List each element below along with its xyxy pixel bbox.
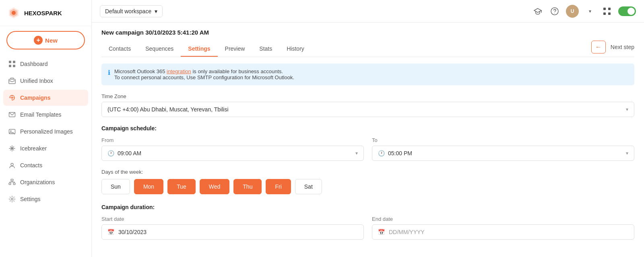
time-row: From 🕐 09:00 AM ▾ To 🕐 05:00 PM ▾ xyxy=(101,137,634,161)
next-step-button[interactable]: Next step xyxy=(611,44,634,50)
avatar[interactable]: U xyxy=(566,5,579,18)
sidebar-nav: Dashboard Unified Inbox Campaigns Email … xyxy=(0,54,91,257)
topbar: Default workspace ▾ U ▾ xyxy=(92,0,644,23)
svg-point-17 xyxy=(11,198,13,200)
day-sat[interactable]: Sat xyxy=(295,179,322,194)
org-icon xyxy=(8,178,16,186)
schedule-label: Campaign schedule: xyxy=(101,125,634,132)
sidebar-item-icebreaker[interactable]: Icebreaker xyxy=(3,140,88,156)
tab-preview[interactable]: Preview xyxy=(218,41,252,57)
to-time-value: 05:00 PM xyxy=(388,150,623,156)
sidebar-item-personalized-images[interactable]: Personalized Images xyxy=(3,123,88,140)
svg-point-12 xyxy=(10,130,12,132)
chevron-down-icon[interactable]: ▾ xyxy=(584,6,596,17)
info-icon: ℹ xyxy=(108,69,110,76)
sidebar-item-label: Campaigns xyxy=(20,95,50,101)
svg-point-13 xyxy=(11,163,13,166)
svg-point-3 xyxy=(12,11,16,15)
sidebar-item-label: Unified Inbox xyxy=(20,78,53,84)
plus-icon: + xyxy=(34,36,43,45)
day-tue[interactable]: Tue xyxy=(167,179,196,194)
day-thu[interactable]: Thu xyxy=(233,179,262,194)
email-icon xyxy=(8,111,16,119)
duration-label: Campaign duration: xyxy=(101,204,634,210)
contacts-icon xyxy=(8,161,16,169)
grid-icon xyxy=(8,60,16,68)
content-area: New campaign 30/10/2023 5:41:20 AM Conta… xyxy=(92,23,644,257)
tab-contacts[interactable]: Contacts xyxy=(101,41,138,57)
svg-point-20 xyxy=(554,12,555,13)
end-date-col: End date 📅 DD/MM/YYYY xyxy=(372,216,634,240)
svg-point-9 xyxy=(11,97,13,99)
topbar-right: U ▾ xyxy=(532,5,636,18)
timezone-group: Time Zone (UTC +4:00) Abu Dhabi, Muscat,… xyxy=(101,93,634,117)
ice-icon xyxy=(8,144,16,152)
sidebar-item-unified-inbox[interactable]: Unified Inbox xyxy=(3,73,88,89)
help-icon[interactable] xyxy=(549,6,560,17)
workspace-chevron-icon: ▾ xyxy=(155,8,157,14)
tab-settings[interactable]: Settings xyxy=(181,41,217,57)
date-row: Start date 📅 30/10/2023 End date 📅 DD/MM… xyxy=(101,216,634,240)
apps-grid-icon[interactable] xyxy=(601,6,613,17)
sidebar-item-contacts[interactable]: Contacts xyxy=(3,157,88,173)
svg-rect-21 xyxy=(603,8,606,10)
svg-rect-16 xyxy=(13,183,15,185)
sidebar-item-organizations[interactable]: Organizations xyxy=(3,174,88,190)
day-fri[interactable]: Fri xyxy=(266,179,291,194)
svg-rect-5 xyxy=(13,61,15,63)
from-label: From xyxy=(101,137,364,143)
info-box: ℹ Microsoft Outlook 365 integration is o… xyxy=(101,64,634,85)
sidebar-item-label: Contacts xyxy=(20,162,42,169)
tab-history[interactable]: History xyxy=(279,41,312,57)
logo-text: HEXOSPARK xyxy=(24,10,62,16)
from-chevron-icon: ▾ xyxy=(355,150,358,156)
day-sun[interactable]: Sun xyxy=(101,179,130,194)
sidebar-item-label: Settings xyxy=(20,196,41,202)
day-wed[interactable]: Wed xyxy=(200,179,230,194)
hexospark-logo-icon xyxy=(6,6,21,20)
sidebar-item-email-templates[interactable]: Email Templates xyxy=(3,107,88,123)
sidebar-item-settings[interactable]: Settings xyxy=(3,191,88,207)
svg-rect-6 xyxy=(9,65,11,67)
campaign-title: New campaign 30/10/2023 5:41:20 AM xyxy=(101,29,634,36)
start-date-col: Start date 📅 30/10/2023 xyxy=(101,216,364,240)
clock-icon: 🕐 xyxy=(107,150,114,156)
sidebar-item-dashboard[interactable]: Dashboard xyxy=(3,56,88,72)
start-date-field[interactable]: 📅 30/10/2023 xyxy=(101,224,364,240)
svg-rect-22 xyxy=(608,8,611,10)
day-mon[interactable]: Mon xyxy=(134,179,163,194)
sidebar-item-label: Icebreaker xyxy=(20,145,47,152)
timezone-label: Time Zone xyxy=(101,93,634,99)
calendar-icon: 📅 xyxy=(107,229,114,235)
sidebar-item-label: Personalized Images xyxy=(20,128,73,135)
tab-sequences[interactable]: Sequences xyxy=(138,41,181,57)
campaign-tabs: Contacts Sequences Settings Preview Stat… xyxy=(101,41,634,57)
timezone-chevron-icon: ▾ xyxy=(626,107,628,112)
svg-rect-14 xyxy=(11,179,13,181)
start-date-value: 30/10/2023 xyxy=(118,229,147,235)
svg-rect-15 xyxy=(9,183,11,185)
new-button[interactable]: + New xyxy=(6,31,85,49)
from-time-select[interactable]: 🕐 09:00 AM ▾ xyxy=(101,146,364,161)
end-date-field[interactable]: 📅 DD/MM/YYYY xyxy=(372,224,634,240)
workspace-selector[interactable]: Default workspace ▾ xyxy=(100,5,163,17)
back-button[interactable]: ← xyxy=(591,41,606,53)
timezone-select[interactable]: (UTC +4:00) Abu Dhabi, Muscat, Yerevan, … xyxy=(101,102,634,117)
image-icon xyxy=(8,127,16,136)
days-row: Sun Mon Tue Wed Thu Fri Sat xyxy=(101,179,634,194)
to-time-select[interactable]: 🕐 05:00 PM ▾ xyxy=(372,146,634,161)
info-text: Microsoft Outlook 365 integration is onl… xyxy=(114,68,294,80)
sidebar-item-label: Organizations xyxy=(20,179,55,185)
campaign-header: New campaign 30/10/2023 5:41:20 AM Conta… xyxy=(92,23,644,57)
svg-rect-4 xyxy=(9,61,11,63)
timezone-value: (UTC +4:00) Abu Dhabi, Muscat, Yerevan, … xyxy=(107,106,229,113)
toggle-switch[interactable] xyxy=(618,6,636,16)
tab-stats[interactable]: Stats xyxy=(252,41,279,57)
integration-link[interactable]: integration xyxy=(167,68,191,74)
from-time-col: From 🕐 09:00 AM ▾ xyxy=(101,137,364,161)
campaign-icon xyxy=(8,94,16,102)
graduation-icon[interactable] xyxy=(532,6,543,17)
to-time-col: To 🕐 05:00 PM ▾ xyxy=(372,137,634,161)
end-date-label: End date xyxy=(372,216,634,222)
sidebar-item-campaigns[interactable]: Campaigns xyxy=(3,90,88,106)
